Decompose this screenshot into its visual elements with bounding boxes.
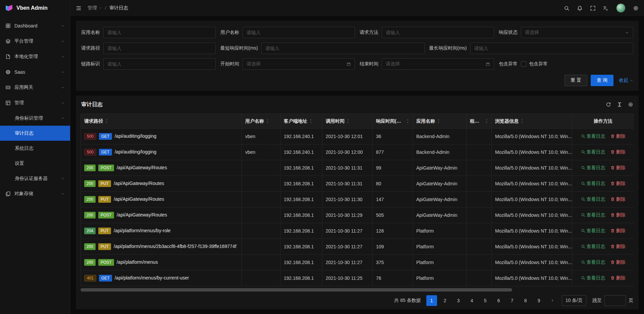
filter-input-min-response-time[interactable] bbox=[261, 43, 425, 54]
table-row[interactable]: 200POST/api/platform/menus192.168.208.12… bbox=[81, 255, 634, 270]
sort-carets[interactable] bbox=[521, 119, 524, 123]
filter-input-user-name[interactable] bbox=[243, 27, 355, 38]
scrollbar-thumb[interactable] bbox=[80, 288, 512, 292]
avatar[interactable] bbox=[616, 3, 626, 13]
page-button-1[interactable]: 1 bbox=[426, 295, 437, 306]
page-size-select[interactable]: 10 条/页 bbox=[562, 295, 586, 306]
table-row[interactable]: 200POST/api/ApiGateway/Routes192.168.208… bbox=[81, 160, 634, 176]
column-header-user[interactable]: 用户名称 bbox=[242, 114, 280, 129]
view-log-button[interactable]: 查看日志 bbox=[581, 244, 605, 250]
query-button[interactable]: 查 询 bbox=[591, 75, 613, 86]
filter-date-end-time[interactable]: 请选择 bbox=[382, 58, 494, 70]
collapse-link[interactable]: 收起 bbox=[619, 77, 633, 83]
notifications-icon[interactable] bbox=[577, 5, 583, 11]
filter-date-start-time[interactable]: 请选择 bbox=[243, 58, 355, 70]
page-button-8[interactable]: 8 bbox=[520, 295, 531, 306]
page-button-4[interactable]: 4 bbox=[467, 295, 477, 306]
settings-icon[interactable] bbox=[633, 5, 639, 11]
delete-button[interactable]: 删除 bbox=[610, 149, 626, 155]
page-button-3[interactable]: 3 bbox=[453, 295, 464, 306]
delete-button[interactable]: 删除 bbox=[610, 228, 626, 234]
table-row[interactable]: 204PUT/api/platform/menus/by-role192.168… bbox=[81, 223, 634, 239]
table-row[interactable]: 200PUT/api/ApiGateway/Routes192.168.208.… bbox=[81, 192, 634, 207]
sidebar-item-dashboard[interactable]: Dashboard bbox=[0, 18, 70, 34]
language-icon[interactable]: 文A bbox=[603, 5, 609, 11]
delete-button[interactable]: 删除 bbox=[610, 196, 626, 202]
sort-carets[interactable] bbox=[105, 119, 108, 123]
view-log-button[interactable]: 查看日志 bbox=[581, 181, 605, 187]
sidebar-item-localization[interactable]: 本地化管理 bbox=[0, 49, 70, 64]
delete-button[interactable]: 删除 bbox=[610, 181, 626, 187]
column-header-time[interactable]: 调用时间 bbox=[322, 114, 373, 129]
view-log-button[interactable]: 查看日志 bbox=[581, 196, 605, 202]
table-row[interactable]: 200PUT/api/ApiGateway/Routes192.168.208.… bbox=[81, 176, 634, 192]
table-row[interactable]: 401GET/api/platform/menus/by-current-use… bbox=[81, 270, 634, 286]
view-log-button[interactable]: 查看日志 bbox=[581, 149, 605, 155]
table-row[interactable]: 500GET/api/auditing/loggingvben192.168.2… bbox=[81, 144, 634, 160]
filter-input-max-response-time[interactable] bbox=[470, 43, 634, 54]
delete-button[interactable]: 删除 bbox=[610, 244, 626, 250]
column-height-icon[interactable] bbox=[617, 102, 622, 107]
column-header-elapsed[interactable]: 响应时间(ms) bbox=[373, 114, 413, 129]
topbar-actions: 文A bbox=[564, 3, 639, 13]
sort-carets[interactable] bbox=[309, 119, 312, 123]
filter-input-trace-id[interactable] bbox=[103, 58, 216, 70]
delete-button[interactable]: 删除 bbox=[610, 165, 626, 171]
reset-button[interactable]: 重 置 bbox=[565, 75, 587, 86]
refresh-icon[interactable] bbox=[606, 102, 611, 107]
filter-input-request-path[interactable] bbox=[103, 43, 216, 54]
page-button-9[interactable]: 9 bbox=[534, 295, 544, 306]
page-button-2[interactable]: 2 bbox=[440, 295, 450, 306]
table-row[interactable]: 200POST/api/ApiGateway/Routes192.168.208… bbox=[81, 207, 634, 223]
sidebar-subitem-auth-server[interactable]: 身份认证服务器 bbox=[0, 171, 70, 186]
filter-input-request-method[interactable] bbox=[382, 27, 494, 38]
sidebar-subitem-system-log[interactable]: 系统日志 bbox=[0, 141, 70, 156]
next-page-button[interactable] bbox=[547, 295, 558, 306]
fullscreen-icon[interactable] bbox=[590, 5, 596, 11]
logo[interactable]: Vben Admin bbox=[0, 0, 70, 16]
sort-carets[interactable] bbox=[346, 119, 350, 123]
delete-button[interactable]: 删除 bbox=[610, 275, 626, 281]
column-header-app[interactable]: 应用名称 bbox=[413, 114, 467, 129]
filter-input-app-name[interactable] bbox=[103, 27, 216, 38]
filter-field-response-status: 响应状态请选择 bbox=[499, 27, 633, 38]
view-log-button[interactable]: 查看日志 bbox=[581, 275, 605, 281]
view-log-button[interactable]: 查看日志 bbox=[581, 259, 605, 265]
page-button-7[interactable]: 7 bbox=[507, 295, 518, 306]
delete-button[interactable]: 删除 bbox=[610, 133, 626, 139]
view-log-button[interactable]: 查看日志 bbox=[581, 228, 605, 234]
sort-carets[interactable] bbox=[406, 119, 409, 123]
page-button-6[interactable]: 6 bbox=[493, 295, 504, 306]
sidebar-item-gateway[interactable]: 应用网关 bbox=[0, 80, 70, 95]
sidebar-item-saas[interactable]: Saas bbox=[0, 64, 70, 80]
delete-button[interactable]: 删除 bbox=[610, 212, 626, 218]
sort-carets[interactable] bbox=[485, 119, 488, 123]
column-header-browser[interactable]: 浏览器信息 bbox=[492, 114, 572, 129]
delete-button[interactable]: 删除 bbox=[610, 259, 626, 265]
view-log-button[interactable]: 查看日志 bbox=[581, 212, 605, 218]
search-icon[interactable] bbox=[564, 5, 570, 11]
menu-fold-icon[interactable] bbox=[76, 5, 82, 11]
table-row[interactable]: 500GET/api/auditing/loggingvben192.168.2… bbox=[81, 129, 634, 144]
filter-select-response-status[interactable]: 请选择 bbox=[521, 27, 633, 38]
view-log-button[interactable]: 查看日志 bbox=[581, 165, 605, 171]
sidebar-subitem-audit-log[interactable]: 审计日志 bbox=[0, 126, 70, 141]
breadcrumb-parent[interactable]: 管理 bbox=[88, 5, 102, 11]
field-label: 最长响应时间(ms) bbox=[429, 45, 467, 51]
sidebar-item-platform[interactable]: 平台管理 bbox=[0, 34, 70, 49]
table-settings-icon[interactable] bbox=[628, 102, 633, 107]
sidebar-subitem-settings[interactable]: 设置 bbox=[0, 156, 70, 171]
column-header-tenant[interactable]: 租户名称 bbox=[467, 114, 492, 129]
sidebar-subitem-identity[interactable]: 身份标识管理 bbox=[0, 111, 70, 126]
sort-carets[interactable] bbox=[437, 119, 440, 123]
sidebar-item-storage[interactable]: 对象存储 bbox=[0, 186, 70, 201]
sidebar-item-manage[interactable]: 管理 bbox=[0, 95, 70, 111]
column-header-path[interactable]: 请求路径 bbox=[81, 114, 242, 129]
table-row[interactable]: 200PUT/api/platform/menus/2b3accf8-4fb8-… bbox=[81, 239, 634, 255]
column-header-client[interactable]: 客户端地址 bbox=[280, 114, 322, 129]
jump-page-input[interactable] bbox=[604, 295, 626, 306]
view-log-button[interactable]: 查看日志 bbox=[581, 133, 605, 139]
page-button-5[interactable]: 5 bbox=[480, 295, 491, 306]
include-exception-checkbox[interactable]: 包含异常 bbox=[521, 61, 548, 67]
sort-carets[interactable] bbox=[266, 119, 269, 123]
